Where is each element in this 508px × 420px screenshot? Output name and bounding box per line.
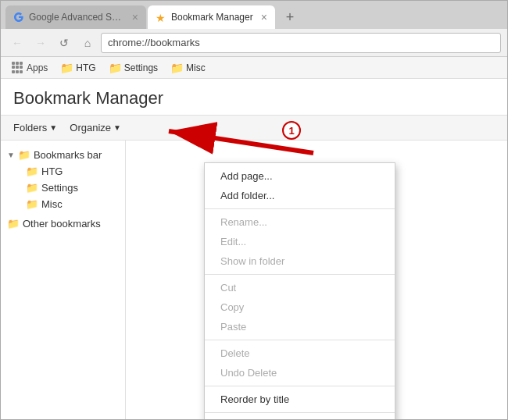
tab-bookmarks-close[interactable]: × <box>261 11 267 23</box>
apps-label: Apps <box>27 62 48 73</box>
new-tab-button[interactable]: + <box>280 7 300 27</box>
bookmarks-bar-htg[interactable]: 📁 HTG <box>55 60 100 76</box>
browser-frame: Google Advanced Search × ★ Bookmark Mana… <box>0 0 508 420</box>
menu-delete: Delete <box>205 343 395 363</box>
main-content: Bookmark Manager Folders ▼ Organize ▼ ▼ … <box>1 79 507 419</box>
folder-icon-other: 📁 <box>7 218 20 230</box>
folder-icon-settings-sidebar: 📁 <box>26 182 38 194</box>
menu-add-page[interactable]: Add page... <box>205 166 395 186</box>
sidebar-other-label: Other bookmarks <box>23 218 101 230</box>
sidebar-misc-label: Misc <box>41 198 63 210</box>
main-panel: Add page... Add folder... Rename... Edit… <box>126 141 507 419</box>
sidebar-settings-label: Settings <box>41 182 78 194</box>
browser-toolbar: ← → ↺ ⌂ chrome://bookmarks <box>1 29 507 57</box>
apps-grid-icon <box>12 62 24 74</box>
folders-chevron-icon: ▼ <box>49 123 57 132</box>
reload-button[interactable]: ↺ <box>54 33 74 53</box>
menu-separator-2 <box>205 274 395 275</box>
google-icon <box>13 12 24 23</box>
menu-paste: Paste <box>205 317 395 336</box>
folder-icon-misc: 📁 <box>170 62 184 74</box>
organize-dropdown-button[interactable]: Organize ▼ <box>63 119 127 137</box>
bookmarks-bar-htg-label: HTG <box>76 62 95 73</box>
tab-google-label: Google Advanced Search <box>29 12 124 23</box>
menu-edit: Edit... <box>205 232 395 251</box>
organize-label: Organize <box>70 122 111 133</box>
menu-separator-4 <box>205 386 395 386</box>
menu-separator-1 <box>205 208 395 209</box>
apps-button[interactable]: Apps <box>7 60 52 76</box>
tab-google[interactable]: Google Advanced Search × <box>5 5 146 29</box>
bookmarks-bar: Apps 📁 HTG 📁 Settings 📁 Misc <box>1 57 507 79</box>
menu-reorder-by-title[interactable]: Reorder by title <box>205 390 395 409</box>
menu-import-bookmarks[interactable]: Import bookmarks from HTML file... <box>205 416 395 419</box>
menu-add-folder[interactable]: Add folder... <box>205 186 395 205</box>
sidebar-bookmarks-bar-label: Bookmarks bar <box>34 149 102 161</box>
sidebar-other-bookmarks[interactable]: 📁 Other bookmarks <box>1 215 125 232</box>
organize-menu: Add page... Add folder... Rename... Edit… <box>204 162 395 419</box>
sidebar-htg[interactable]: 📁 HTG <box>10 163 125 180</box>
bookmarks-bar-settings-label: Settings <box>124 62 158 73</box>
bm-toolbar: Folders ▼ Organize ▼ <box>1 116 507 141</box>
menu-separator-5 <box>205 412 395 413</box>
tab-bookmarks-label: Bookmark Manager <box>171 12 253 23</box>
folders-dropdown-button[interactable]: Folders ▼ <box>7 119 63 137</box>
bookmarks-bar-misc-label: Misc <box>186 62 206 73</box>
tab-bookmarks[interactable]: ★ Bookmark Manager × <box>148 5 275 29</box>
folder-icon-settings: 📁 <box>109 62 122 74</box>
content-area: ▼ 📁 Bookmarks bar 📁 HTG 📁 Settings 📁 <box>1 141 507 419</box>
expand-icon: ▼ <box>7 151 15 159</box>
sidebar: ▼ 📁 Bookmarks bar 📁 HTG 📁 Settings 📁 <box>1 141 126 419</box>
folder-icon-htg: 📁 <box>60 62 73 74</box>
tab-google-close[interactable]: × <box>132 11 138 23</box>
tab-bar: Google Advanced Search × ★ Bookmark Mana… <box>1 1 507 29</box>
sidebar-misc[interactable]: 📁 Misc <box>10 196 125 212</box>
menu-show-in-folder: Show in folder <box>205 251 395 271</box>
menu-rename: Rename... <box>205 212 395 232</box>
folder-icon-bookmarks-bar: 📁 <box>18 149 30 161</box>
folders-label: Folders <box>13 122 47 133</box>
star-icon: ★ <box>156 12 166 23</box>
forward-button[interactable]: → <box>30 33 51 53</box>
home-button[interactable]: ⌂ <box>77 33 98 53</box>
menu-cut: Cut <box>205 278 395 297</box>
bookmarks-bar-settings[interactable]: 📁 Settings <box>104 60 163 76</box>
menu-separator-3 <box>205 340 395 340</box>
back-button[interactable]: ← <box>7 33 27 53</box>
page-title: Bookmark Manager <box>1 79 507 116</box>
organize-chevron-icon: ▼ <box>113 123 121 132</box>
address-bar[interactable]: chrome://bookmarks <box>101 33 501 53</box>
sidebar-bookmarks-bar[interactable]: ▼ 📁 Bookmarks bar <box>1 147 125 163</box>
menu-copy: Copy <box>205 297 395 317</box>
sidebar-bookmarks-bar-children: 📁 HTG 📁 Settings 📁 Misc <box>1 163 125 212</box>
sidebar-settings[interactable]: 📁 Settings <box>10 180 125 196</box>
folder-icon-misc-sidebar: 📁 <box>26 198 38 210</box>
menu-undo-delete: Undo Delete <box>205 363 395 383</box>
folder-icon-htg-sidebar: 📁 <box>26 166 38 177</box>
annotation-badge-1: 1 <box>282 121 301 140</box>
sidebar-htg-label: HTG <box>41 166 63 177</box>
bookmarks-bar-misc[interactable]: 📁 Misc <box>166 60 210 76</box>
